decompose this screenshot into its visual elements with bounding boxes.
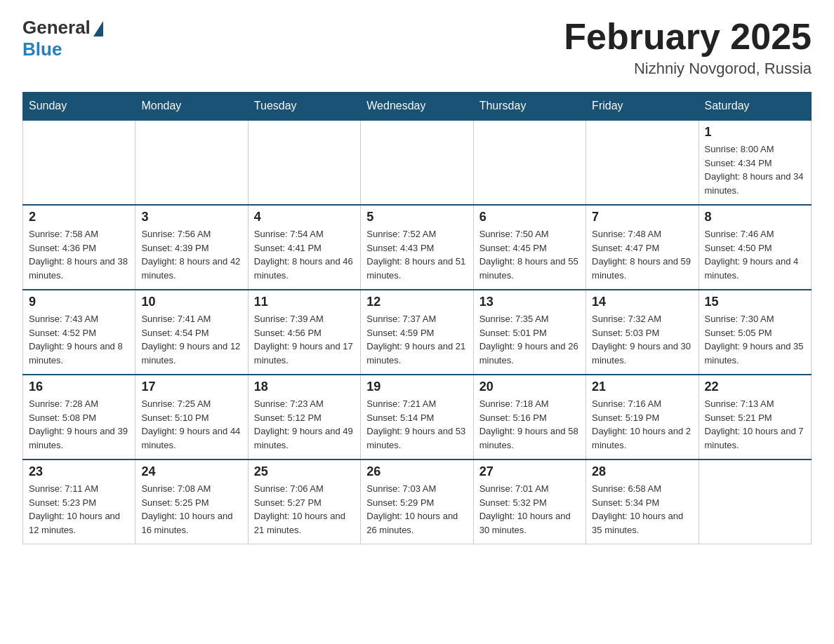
day-number: 12 [366,295,467,309]
day-number: 16 [29,380,129,394]
calendar-day-cell: 21Sunrise: 7:16 AM Sunset: 5:19 PM Dayli… [586,375,699,459]
calendar-day-cell: 17Sunrise: 7:25 AM Sunset: 5:10 PM Dayli… [135,375,248,459]
calendar-day-cell: 14Sunrise: 7:32 AM Sunset: 5:03 PM Dayli… [586,290,699,375]
day-number: 19 [366,380,467,394]
logo: General Blue [22,17,103,60]
calendar-day-cell: 6Sunrise: 7:50 AM Sunset: 4:45 PM Daylig… [473,205,585,290]
day-info: Sunrise: 7:54 AM Sunset: 4:41 PM Dayligh… [254,227,355,282]
day-number: 28 [592,464,692,479]
weekday-header: Sunday [23,93,135,121]
day-info: Sunrise: 7:43 AM Sunset: 4:52 PM Dayligh… [29,312,129,367]
day-info: Sunrise: 7:06 AM Sunset: 5:27 PM Dayligh… [254,482,355,537]
day-number: 13 [479,295,580,309]
day-info: Sunrise: 7:41 AM Sunset: 4:54 PM Dayligh… [141,312,241,367]
day-number: 3 [141,210,241,224]
day-info: Sunrise: 7:25 AM Sunset: 5:10 PM Dayligh… [141,397,241,452]
calendar-day-cell [361,120,473,205]
day-number: 6 [479,210,580,224]
calendar-day-cell: 20Sunrise: 7:18 AM Sunset: 5:16 PM Dayli… [473,375,585,459]
calendar-day-cell: 8Sunrise: 7:46 AM Sunset: 4:50 PM Daylig… [699,205,811,290]
calendar-day-cell: 13Sunrise: 7:35 AM Sunset: 5:01 PM Dayli… [473,290,585,375]
day-info: Sunrise: 7:01 AM Sunset: 5:32 PM Dayligh… [479,482,580,537]
day-info: Sunrise: 6:58 AM Sunset: 5:34 PM Dayligh… [592,482,692,537]
day-number: 18 [254,380,355,394]
calendar-day-cell: 25Sunrise: 7:06 AM Sunset: 5:27 PM Dayli… [248,459,360,544]
day-number: 5 [366,210,467,224]
day-info: Sunrise: 7:46 AM Sunset: 4:50 PM Dayligh… [705,227,805,282]
calendar-day-cell: 12Sunrise: 7:37 AM Sunset: 4:59 PM Dayli… [361,290,473,375]
calendar-day-cell: 5Sunrise: 7:52 AM Sunset: 4:43 PM Daylig… [361,205,473,290]
calendar-day-cell: 4Sunrise: 7:54 AM Sunset: 4:41 PM Daylig… [248,205,360,290]
calendar-day-cell: 16Sunrise: 7:28 AM Sunset: 5:08 PM Dayli… [23,375,135,459]
day-info: Sunrise: 7:30 AM Sunset: 5:05 PM Dayligh… [705,312,805,367]
calendar-day-cell: 10Sunrise: 7:41 AM Sunset: 4:54 PM Dayli… [135,290,248,375]
day-info: Sunrise: 7:18 AM Sunset: 5:16 PM Dayligh… [479,397,580,452]
calendar-day-cell: 2Sunrise: 7:58 AM Sunset: 4:36 PM Daylig… [23,205,135,290]
day-info: Sunrise: 7:16 AM Sunset: 5:19 PM Dayligh… [592,397,692,452]
calendar-day-cell [586,120,699,205]
day-info: Sunrise: 7:32 AM Sunset: 5:03 PM Dayligh… [592,312,692,367]
logo-general-text: General [22,17,91,39]
day-number: 26 [366,464,467,479]
day-info: Sunrise: 7:21 AM Sunset: 5:14 PM Dayligh… [366,397,467,452]
day-info: Sunrise: 8:00 AM Sunset: 4:34 PM Dayligh… [705,142,805,197]
location-text: Nizhniy Novgorod, Russia [564,60,812,78]
logo-blue-text: Blue [22,39,62,60]
day-info: Sunrise: 7:48 AM Sunset: 4:47 PM Dayligh… [592,227,692,282]
day-info: Sunrise: 7:37 AM Sunset: 4:59 PM Dayligh… [366,312,467,367]
calendar-table: SundayMondayTuesdayWednesdayThursdayFrid… [22,92,812,544]
calendar-header-row: SundayMondayTuesdayWednesdayThursdayFrid… [23,93,812,121]
title-section: February 2025 Nizhniy Novgorod, Russia [564,17,812,78]
logo-triangle-icon [93,21,103,36]
day-info: Sunrise: 7:28 AM Sunset: 5:08 PM Dayligh… [29,397,129,452]
month-title: February 2025 [564,17,812,57]
day-number: 11 [254,295,355,309]
weekday-header: Thursday [473,93,585,121]
calendar-week-row: 16Sunrise: 7:28 AM Sunset: 5:08 PM Dayli… [23,375,812,459]
calendar-week-row: 2Sunrise: 7:58 AM Sunset: 4:36 PM Daylig… [23,205,812,290]
calendar-day-cell: 22Sunrise: 7:13 AM Sunset: 5:21 PM Dayli… [699,375,811,459]
calendar-week-row: 9Sunrise: 7:43 AM Sunset: 4:52 PM Daylig… [23,290,812,375]
day-number: 22 [705,380,805,394]
day-number: 17 [141,380,241,394]
page-header: General Blue February 2025 Nizhniy Novgo… [22,17,812,78]
day-number: 25 [254,464,355,479]
day-info: Sunrise: 7:23 AM Sunset: 5:12 PM Dayligh… [254,397,355,452]
day-number: 10 [141,295,241,309]
day-info: Sunrise: 7:08 AM Sunset: 5:25 PM Dayligh… [141,482,241,537]
calendar-day-cell [699,459,811,544]
calendar-week-row: 23Sunrise: 7:11 AM Sunset: 5:23 PM Dayli… [23,459,812,544]
day-info: Sunrise: 7:03 AM Sunset: 5:29 PM Dayligh… [366,482,467,537]
weekday-header: Monday [135,93,248,121]
weekday-header: Wednesday [361,93,473,121]
day-number: 4 [254,210,355,224]
calendar-day-cell: 28Sunrise: 6:58 AM Sunset: 5:34 PM Dayli… [586,459,699,544]
calendar-day-cell: 15Sunrise: 7:30 AM Sunset: 5:05 PM Dayli… [699,290,811,375]
calendar-day-cell: 18Sunrise: 7:23 AM Sunset: 5:12 PM Dayli… [248,375,360,459]
day-info: Sunrise: 7:39 AM Sunset: 4:56 PM Dayligh… [254,312,355,367]
calendar-day-cell: 11Sunrise: 7:39 AM Sunset: 4:56 PM Dayli… [248,290,360,375]
day-number: 2 [29,210,129,224]
day-info: Sunrise: 7:11 AM Sunset: 5:23 PM Dayligh… [29,482,129,537]
calendar-day-cell [23,120,135,205]
day-number: 20 [479,380,580,394]
weekday-header: Tuesday [248,93,360,121]
calendar-day-cell: 27Sunrise: 7:01 AM Sunset: 5:32 PM Dayli… [473,459,585,544]
day-number: 23 [29,464,129,479]
calendar-day-cell [248,120,360,205]
day-info: Sunrise: 7:52 AM Sunset: 4:43 PM Dayligh… [366,227,467,282]
day-number: 15 [705,295,805,309]
day-info: Sunrise: 7:58 AM Sunset: 4:36 PM Dayligh… [29,227,129,282]
calendar-day-cell: 23Sunrise: 7:11 AM Sunset: 5:23 PM Dayli… [23,459,135,544]
day-info: Sunrise: 7:56 AM Sunset: 4:39 PM Dayligh… [141,227,241,282]
day-number: 27 [479,464,580,479]
calendar-day-cell: 3Sunrise: 7:56 AM Sunset: 4:39 PM Daylig… [135,205,248,290]
day-number: 24 [141,464,241,479]
day-number: 14 [592,295,692,309]
calendar-day-cell: 24Sunrise: 7:08 AM Sunset: 5:25 PM Dayli… [135,459,248,544]
calendar-day-cell [473,120,585,205]
weekday-header: Friday [586,93,699,121]
calendar-day-cell: 7Sunrise: 7:48 AM Sunset: 4:47 PM Daylig… [586,205,699,290]
day-info: Sunrise: 7:35 AM Sunset: 5:01 PM Dayligh… [479,312,580,367]
day-info: Sunrise: 7:50 AM Sunset: 4:45 PM Dayligh… [479,227,580,282]
